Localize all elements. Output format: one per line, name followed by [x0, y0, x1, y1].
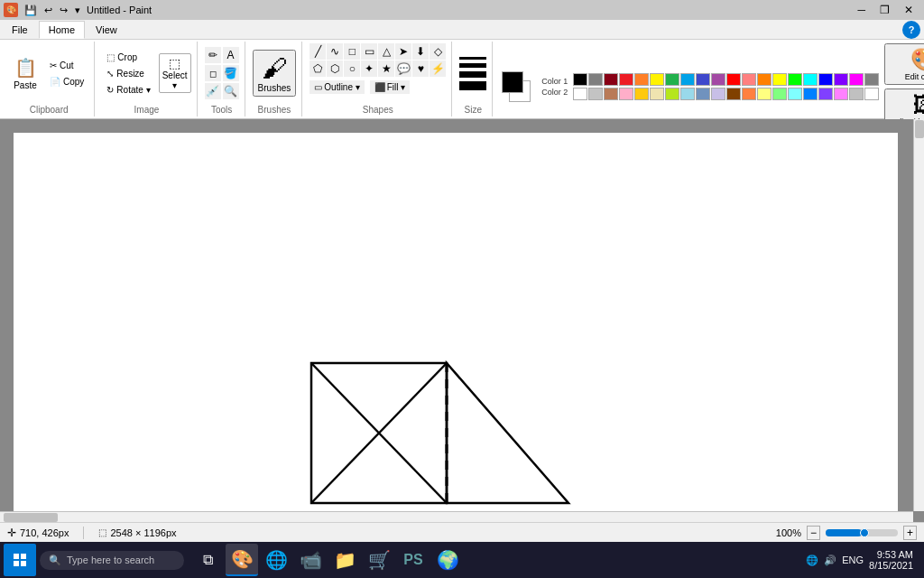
- color-swatch[interactable]: [757, 88, 772, 100]
- zoom-taskbar-item[interactable]: 📹: [294, 544, 327, 576]
- color-swatch[interactable]: [834, 88, 848, 100]
- color-swatch[interactable]: [665, 73, 679, 86]
- color-swatch[interactable]: [788, 73, 802, 86]
- color-swatch[interactable]: [742, 88, 756, 100]
- color-swatch[interactable]: [772, 73, 787, 86]
- tab-home[interactable]: Home: [39, 21, 85, 39]
- color-swatch[interactable]: [726, 88, 741, 100]
- start-button[interactable]: [4, 544, 36, 576]
- files-taskbar-item[interactable]: 📁: [328, 544, 361, 576]
- color-swatch[interactable]: [573, 88, 587, 100]
- zoom-in-button[interactable]: +: [903, 526, 917, 540]
- shape-roundrect[interactable]: ▭: [361, 43, 377, 60]
- color-swatch[interactable]: [696, 73, 710, 86]
- color-swatch[interactable]: [772, 88, 787, 100]
- shape-hexagon[interactable]: ⬡: [327, 61, 343, 77]
- color-swatch[interactable]: [619, 88, 633, 100]
- bucket-tool[interactable]: 🪣: [223, 65, 239, 81]
- shape-rect[interactable]: □: [344, 43, 360, 60]
- crop-button[interactable]: ⬚ Crop: [102, 50, 154, 65]
- shape-triangle[interactable]: △: [378, 43, 394, 60]
- shape-curve[interactable]: ∿: [327, 43, 343, 60]
- tab-file[interactable]: File: [2, 21, 38, 39]
- magnifier-tool[interactable]: 🔍: [223, 83, 239, 99]
- store-taskbar-item[interactable]: 🛒: [363, 544, 395, 576]
- color-swatch[interactable]: [849, 73, 864, 86]
- color-swatch[interactable]: [742, 73, 756, 86]
- color-swatch[interactable]: [864, 88, 879, 100]
- quick-menu[interactable]: ▾: [72, 4, 83, 17]
- eraser-tool[interactable]: ◻: [205, 65, 221, 81]
- shape-star5[interactable]: ★: [378, 61, 394, 77]
- paint-taskbar-item[interactable]: 🎨: [226, 544, 258, 576]
- help-button[interactable]: ?: [902, 21, 920, 39]
- resize-button[interactable]: ⤡ Resize: [102, 66, 154, 81]
- color-swatch[interactable]: [634, 88, 649, 100]
- color-swatch[interactable]: [696, 88, 710, 100]
- paste-button[interactable]: 📋 Paste: [9, 54, 42, 93]
- close-button[interactable]: ✕: [897, 2, 920, 18]
- eyedropper-tool[interactable]: 💉: [205, 83, 221, 99]
- shape-line[interactable]: ╱: [310, 43, 326, 60]
- minimize-button[interactable]: ─: [850, 2, 873, 18]
- color-swatch[interactable]: [757, 73, 772, 86]
- cut-button[interactable]: ✂ Cut: [45, 58, 88, 73]
- tray-clock[interactable]: 9:53 AM 8/15/2021: [869, 549, 913, 571]
- tab-view[interactable]: View: [86, 21, 127, 39]
- edit-colors-button[interactable]: 🎨 Edit colors: [884, 43, 924, 85]
- color-swatch[interactable]: [604, 73, 618, 86]
- taskview-button[interactable]: ⧉: [191, 544, 224, 576]
- color-swatch[interactable]: [803, 88, 818, 100]
- vertical-scrollbar[interactable]: [913, 119, 924, 511]
- color-swatch[interactable]: [665, 88, 679, 100]
- taskbar-search-box[interactable]: 🔍 Type here to search: [40, 551, 184, 570]
- color-swatch[interactable]: [650, 88, 664, 100]
- restore-button[interactable]: ❐: [873, 2, 897, 18]
- color-swatch[interactable]: [726, 73, 741, 86]
- color-swatch[interactable]: [711, 73, 725, 86]
- drawing-canvas[interactable]: [14, 133, 898, 522]
- color-swatch[interactable]: [634, 73, 649, 86]
- color-swatch[interactable]: [788, 88, 802, 100]
- copy-button[interactable]: 📄 Copy: [45, 74, 88, 89]
- outline-button[interactable]: ▭ Outline ▾: [310, 80, 364, 94]
- chrome-taskbar-item[interactable]: 🌍: [431, 544, 464, 576]
- fill-button[interactable]: ⬛ Fill ▾: [370, 80, 411, 94]
- shape-diamond[interactable]: ◇: [430, 43, 446, 60]
- brushes-button[interactable]: 🖌 Brushes: [253, 50, 297, 97]
- pencil-tool[interactable]: ✏: [205, 47, 221, 63]
- horizontal-scrollbar[interactable]: [0, 511, 913, 522]
- quick-undo[interactable]: ↩: [42, 4, 55, 17]
- shape-circle[interactable]: ○: [344, 61, 360, 77]
- quick-redo[interactable]: ↪: [57, 4, 70, 17]
- color-swatch[interactable]: [864, 73, 879, 86]
- text-tool[interactable]: A: [223, 47, 239, 63]
- canvas-area[interactable]: [0, 119, 924, 522]
- color-swatch[interactable]: [604, 88, 618, 100]
- shape-star4[interactable]: ✦: [361, 61, 377, 77]
- color-swatch[interactable]: [650, 73, 664, 86]
- edge-taskbar-item[interactable]: 🌐: [260, 544, 292, 576]
- color-swatch[interactable]: [818, 73, 833, 86]
- shape-pentagon[interactable]: ⬠: [310, 61, 326, 77]
- shape-lightning[interactable]: ⚡: [430, 61, 446, 77]
- color1-box[interactable]: [502, 71, 523, 93]
- color-swatch[interactable]: [573, 73, 587, 86]
- color-swatch[interactable]: [588, 88, 603, 100]
- color-swatch[interactable]: [588, 73, 603, 86]
- shape-callout[interactable]: 💬: [395, 61, 411, 77]
- shape-more[interactable]: ⬇: [412, 43, 429, 60]
- color-swatch[interactable]: [818, 88, 833, 100]
- color-swatch[interactable]: [680, 88, 695, 100]
- color-swatch[interactable]: [849, 88, 864, 100]
- color-swatch[interactable]: [619, 73, 633, 86]
- rotate-button[interactable]: ↻ Rotate ▾: [102, 82, 154, 98]
- select-button[interactable]: ⬚ Select ▾: [159, 53, 191, 93]
- color-swatch[interactable]: [834, 73, 848, 86]
- quick-save[interactable]: 💾: [22, 4, 40, 17]
- zoom-slider[interactable]: [826, 529, 898, 536]
- color-swatch[interactable]: [680, 73, 695, 86]
- zoom-out-button[interactable]: −: [807, 526, 820, 540]
- shape-heart[interactable]: ♥: [412, 61, 429, 77]
- color-swatch[interactable]: [711, 88, 725, 100]
